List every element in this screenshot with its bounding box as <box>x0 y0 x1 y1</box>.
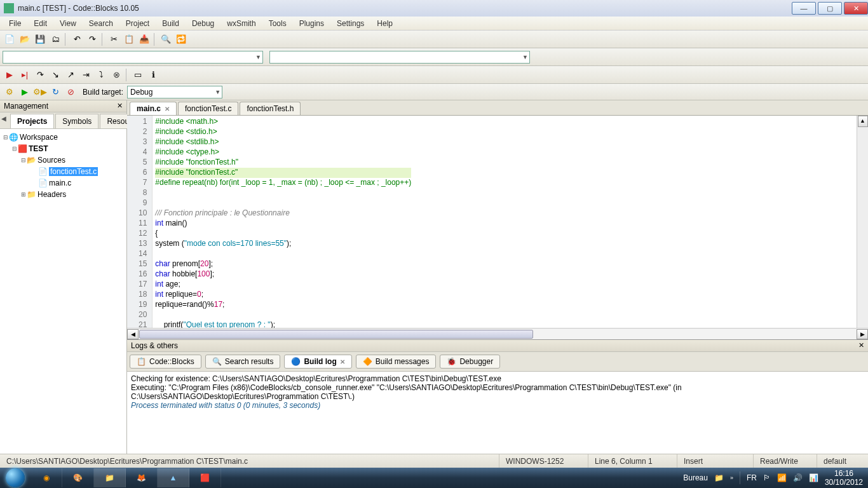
tab-symbols[interactable]: Symbols <box>55 114 98 128</box>
log-tab-close-icon[interactable]: ✕ <box>340 358 345 365</box>
start-button[interactable] <box>0 468 31 488</box>
editor-tab-fonctionTest-h[interactable]: fonctionTest.h <box>240 102 301 115</box>
taskbar-paint-icon[interactable]: 🎨 <box>62 468 94 487</box>
menu-file[interactable]: File <box>3 18 27 29</box>
scroll-up-icon[interactable]: ▲ <box>858 116 868 127</box>
tabs-scroll-left-icon[interactable]: ◀ <box>0 112 9 128</box>
menu-project[interactable]: Project <box>119 18 156 29</box>
debug-windows-icon[interactable]: ▭ <box>131 68 145 82</box>
undo-icon[interactable]: ↶ <box>70 32 84 46</box>
horizontal-scrollbar[interactable]: ◀ ▶ <box>127 328 868 339</box>
editor-tabs: main.c✕fonctionTest.cfonctionTest.h <box>127 100 868 116</box>
symbol-combo[interactable]: ▼ <box>269 51 530 64</box>
abort-icon[interactable]: ⊘ <box>64 85 78 99</box>
cut-icon[interactable]: ✂ <box>107 32 121 46</box>
log-tab-search-results[interactable]: 🔍Search results <box>205 355 281 369</box>
vertical-scrollbar[interactable]: ▲ <box>857 116 868 328</box>
tray-flag-icon[interactable]: 🏳 <box>763 473 771 482</box>
tray-chevron-icon[interactable]: » <box>730 475 733 481</box>
management-close-icon[interactable]: ✕ <box>117 102 123 111</box>
debug-start-icon[interactable]: ▶ <box>3 68 17 82</box>
save-icon[interactable]: 💾 <box>33 32 47 46</box>
menu-settings[interactable]: Settings <box>330 18 370 29</box>
step-into-icon[interactable]: ↘ <box>48 68 62 82</box>
scroll-right-icon[interactable]: ▶ <box>857 329 868 339</box>
taskbar-app-icon[interactable]: 🟥 <box>189 468 221 487</box>
new-file-icon[interactable]: 📄 <box>3 32 17 46</box>
editor-tab-fonctionTest-c[interactable]: fonctionTest.c <box>178 102 238 115</box>
system-tray[interactable]: Bureau 📁 » FR 🏳 📶 🔊 📊 16:1630/10/2012 <box>683 469 868 487</box>
log-tab-build-log[interactable]: 🔵Build log✕ <box>284 355 351 369</box>
scrollbar-thumb[interactable] <box>139 330 533 339</box>
taskbar-codeblocks-icon[interactable]: ▲ <box>158 468 189 487</box>
paste-icon[interactable]: 📥 <box>137 32 151 46</box>
step-instr-icon[interactable]: ⤵ <box>94 68 108 82</box>
run-icon[interactable]: ▶ <box>18 85 32 99</box>
taskbar-wmp-icon[interactable]: ◉ <box>31 468 62 487</box>
tree-file-fonctiontest-c[interactable]: 📄fonctionTest.c <box>3 166 124 177</box>
scroll-left-icon[interactable]: ◀ <box>127 329 139 339</box>
rebuild-icon[interactable]: ↻ <box>48 85 62 99</box>
step-out-icon[interactable]: ↗ <box>64 68 78 82</box>
tab-projects[interactable]: Projects <box>10 114 54 128</box>
tree-headers[interactable]: ⊞📁Headers <box>3 189 124 200</box>
copy-icon[interactable]: 📋 <box>122 32 136 46</box>
next-instr-icon[interactable]: ⇥ <box>79 68 93 82</box>
scope-combo[interactable]: ▼ <box>3 51 263 64</box>
build-run-icon[interactable]: ⚙▶ <box>33 85 47 99</box>
tray-battery-icon[interactable]: 📊 <box>809 473 818 482</box>
menu-plugins[interactable]: Plugins <box>293 18 330 29</box>
maximize-button[interactable]: ▢ <box>818 2 842 15</box>
project-tree[interactable]: ⊟🌐Workspace ⊟🟥TEST ⊟📂Sources 📄fonctionTe… <box>0 129 126 454</box>
log-tab-icon: 🐞 <box>447 357 456 366</box>
tree-project[interactable]: ⊟🟥TEST <box>3 143 124 154</box>
log-tab-debugger[interactable]: 🐞Debugger <box>440 355 500 369</box>
code-area[interactable]: #include <math.h>#include <stdio.h>#incl… <box>153 116 414 328</box>
code-editor[interactable]: 123456789101112131415161718192021 #inclu… <box>127 116 868 328</box>
build-target-combo[interactable]: Debug▼ <box>127 86 222 98</box>
info-icon[interactable]: ℹ <box>146 68 160 82</box>
menu-search[interactable]: Search <box>83 18 119 29</box>
tree-sources[interactable]: ⊟📂Sources <box>3 154 124 166</box>
tray-folder-icon[interactable]: 📁 <box>714 473 724 482</box>
build-icon[interactable]: ⚙ <box>3 85 17 99</box>
build-log-output[interactable]: Checking for existence: C:\Users\SANTIAG… <box>127 372 868 454</box>
next-line-icon[interactable]: ↷ <box>33 68 47 82</box>
menu-debug[interactable]: Debug <box>186 18 220 29</box>
management-pane: Management ✕ ◀ Projects Symbols Resou ▶ … <box>0 100 127 454</box>
desktop-label[interactable]: Bureau <box>683 473 708 482</box>
tree-workspace[interactable]: ⊟🌐Workspace <box>3 132 124 143</box>
run-to-cursor-icon[interactable]: ▸| <box>18 68 32 82</box>
tree-file-main-c[interactable]: 📄main.c <box>3 177 124 189</box>
logs-title: Logs & others <box>131 341 178 350</box>
menu-tools[interactable]: Tools <box>262 18 293 29</box>
stop-debug-icon[interactable]: ⊗ <box>109 68 123 82</box>
windows-taskbar[interactable]: ◉ 🎨 📁 🦊 ▲ 🟥 Bureau 📁 » FR 🏳 📶 🔊 📊 16:163… <box>0 468 868 488</box>
logs-close-icon[interactable]: ✕ <box>858 341 864 350</box>
menu-wxsmith[interactable]: wxSmith <box>220 18 262 29</box>
log-tab-build-messages[interactable]: 🔶Build messages <box>356 355 437 369</box>
menu-edit[interactable]: Edit <box>27 18 53 29</box>
language-indicator[interactable]: FR <box>747 473 757 482</box>
tray-clock[interactable]: 16:1630/10/2012 <box>825 469 863 487</box>
taskbar-explorer-icon[interactable]: 📁 <box>94 468 126 487</box>
tray-network-icon[interactable]: 📶 <box>777 473 787 482</box>
menu-help[interactable]: Help <box>370 18 399 29</box>
save-all-icon[interactable]: 🗂 <box>48 32 62 46</box>
redo-icon[interactable]: ↷ <box>85 32 99 46</box>
find-icon[interactable]: 🔍 <box>159 32 173 46</box>
minimize-button[interactable]: — <box>792 2 816 15</box>
toolbar-build: ⚙ ▶ ⚙▶ ↻ ⊘ Build target: Debug▼ <box>0 84 868 100</box>
close-button[interactable]: ✕ <box>844 2 868 15</box>
taskbar-firefox-icon[interactable]: 🦊 <box>126 468 158 487</box>
log-tab-code-blocks[interactable]: 📋Code::Blocks <box>130 355 201 369</box>
app-icon <box>4 3 14 13</box>
replace-icon[interactable]: 🔁 <box>174 32 188 46</box>
open-file-icon[interactable]: 📂 <box>18 32 32 46</box>
editor-tab-main-c[interactable]: main.c✕ <box>130 102 177 115</box>
window-title: main.c [TEST] - Code::Blocks 10.05 <box>18 4 790 13</box>
menu-build[interactable]: Build <box>156 18 186 29</box>
tab-close-icon[interactable]: ✕ <box>165 105 170 112</box>
tray-volume-icon[interactable]: 🔊 <box>793 473 803 482</box>
menu-view[interactable]: View <box>53 18 83 29</box>
